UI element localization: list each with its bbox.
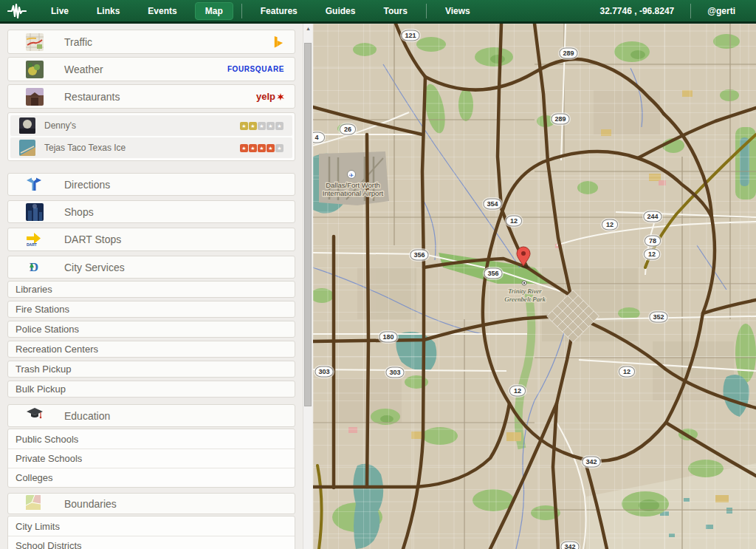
restaurants-thumbnail-icon [26,88,44,106]
list-item-dennys[interactable]: Denny's ★★★★★ [10,115,292,136]
foursquare-logo: FOURSQUARE [227,65,284,73]
rating-stars: ★★★★★ [240,144,284,152]
shops-thumbnail-icon [26,203,44,221]
traffic-thumbnail-icon [26,33,44,51]
sidebar-item-police-stations[interactable]: Police Stations [7,321,295,338]
directions-icon [26,176,44,194]
nav-divider [690,4,691,18]
sidebar-item-city-limits[interactable]: City Limits [8,516,295,536]
map-canvas[interactable]: ✈ Dallas/Fort Worth International Airpor… [313,24,756,549]
pulse-logo-icon[interactable] [7,3,27,19]
sidebar-item-education[interactable]: Education [7,404,295,427]
restaurant-name: Tejas Taco Texas Ice [44,143,126,153]
scrollbar-up-arrow-icon[interactable]: ▲ [303,25,313,33]
sidebar-item-public-schools[interactable]: Public Schools [8,429,295,449]
sidebar-item-restaurants[interactable]: Restaurants yelp [7,84,295,109]
nav-item-map[interactable]: Map [195,2,233,20]
bing-logo-icon [272,35,284,48]
sidebar-item-colleges[interactable]: Colleges [8,468,295,487]
sidebar-item-school-districts[interactable]: School Districts [8,536,295,549]
airplane-icon: ✈ [349,172,354,179]
list-item-tejas-taco[interactable]: Tejas Taco Texas Ice ★★★★★ [10,137,292,158]
sidebar-item-bulk-pickup[interactable]: Bulk Pickup [7,381,295,398]
city-of-dallas-logo-icon: D [26,259,44,276]
map-tiles: ✈ Dallas/Fort Worth International Airpor… [313,24,756,549]
nav-item-tours[interactable]: Tours [373,2,417,20]
sidebar-item-trash-pickup[interactable]: Trash Pickup [7,361,295,378]
airport-label-line2: International Airport [323,189,384,197]
nav-item-guides[interactable]: Guides [315,2,366,20]
sidebar-scrollbar[interactable]: ▲ [303,24,312,549]
directions-label: Directions [64,179,110,191]
top-nav: Live Links Events Map Features Guides To… [0,0,756,24]
park-label-line1: Trinity River [508,287,542,295]
education-group: Public Schools Private Schools Colleges [7,429,295,488]
sidebar-item-directions[interactable]: Directions [7,173,295,196]
nav-item-views[interactable]: Views [435,2,481,20]
sidebar-item-recreation-centers[interactable]: Recreation Centers [7,341,295,358]
sidebar-item-fire-stations[interactable]: Fire Stations [7,301,295,318]
restaurant-name: Denny's [44,120,76,131]
sidebar-item-city-services[interactable]: D City Services [7,256,295,279]
svg-text:DART: DART [27,242,37,247]
boundaries-label: Boundaries [64,498,117,510]
dart-label: DART Stops [64,233,121,245]
park-label-line2: Greenbelt Park [504,296,546,303]
rating-stars: ★★★★★ [240,122,284,130]
sidebar-item-private-schools[interactable]: Private Schools [8,449,295,468]
restaurant-results: Denny's ★★★★★ Tejas Taco Texas Ice ★★★★★ [7,112,295,161]
city-services-label: City Services [64,262,125,273]
restaurants-label: Restaurants [64,91,120,103]
weather-label: Weather [64,64,103,75]
sidebar-item-traffic[interactable]: Traffic [7,30,295,54]
boundaries-map-icon [26,495,44,513]
yelp-burst-icon [277,93,284,100]
nav-divider [426,4,427,18]
sidebar-item-boundaries[interactable]: Boundaries [7,493,295,514]
yelp-logo: yelp [256,91,284,102]
education-label: Education [64,410,110,422]
nav-item-events[interactable]: Events [137,2,187,20]
sidebar-item-shops[interactable]: Shops [7,200,295,223]
weather-thumbnail-icon [26,61,44,78]
shops-label: Shops [64,206,94,218]
graduation-cap-icon [26,407,44,425]
nav-item-features[interactable]: Features [250,2,308,20]
sidebar-item-weather[interactable]: Weather FOURSQUARE [7,57,295,81]
nav-item-live[interactable]: Live [41,2,79,20]
boundaries-group: City Limits School Districts [7,516,295,549]
scrollbar-thumb[interactable] [304,43,312,406]
nav-divider [241,4,242,18]
dart-logo-icon: DART [26,231,44,248]
tejas-thumbnail-icon [19,140,35,156]
dennys-thumbnail-icon [19,117,35,134]
airport-label-line1: Dallas/Fort Worth [326,181,380,189]
nav-item-links[interactable]: Links [86,2,130,20]
traffic-label: Traffic [64,36,92,48]
sidebar-item-libraries[interactable]: Libraries [7,281,295,298]
user-handle[interactable]: @gerti [707,6,735,16]
sidebar-item-dart-stops[interactable]: DART DART Stops [7,228,295,251]
map-coordinates: 32.7746 , -96.8247 [600,6,675,16]
layers-sidebar: Traffic Weather FOURSQUARE Restaurants y… [0,24,313,549]
